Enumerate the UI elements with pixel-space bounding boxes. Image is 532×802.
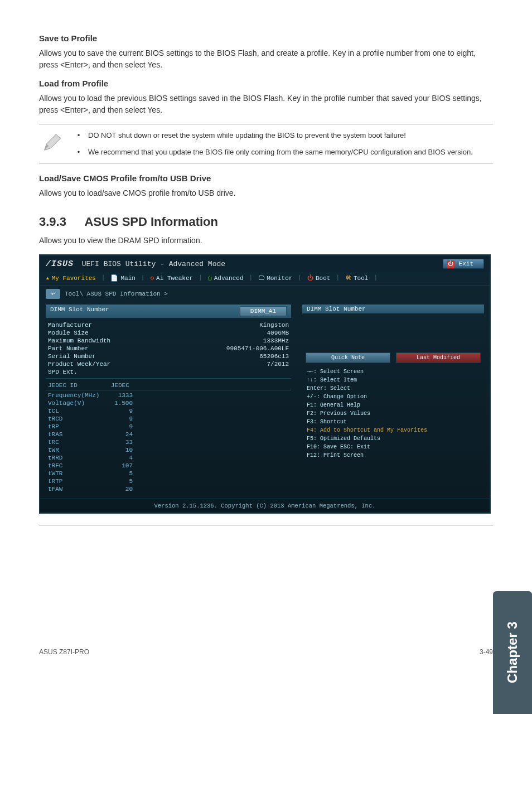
timing-key: tFAW — [48, 486, 62, 492]
dimm-slot-label: DIMM Slot Number — [50, 306, 109, 316]
timing-value: 5 — [129, 470, 289, 477]
spd-value: Kingston — [259, 322, 289, 328]
spd-body: Allows you to view the DRAM SPD informat… — [39, 235, 493, 247]
save-profile-title: Save to Profile — [39, 33, 493, 43]
timing-value: 9 — [129, 416, 289, 422]
help-line: ↑↓: Select Item — [307, 376, 480, 384]
menu-main[interactable]: 📄 Main — [110, 274, 135, 282]
power-icon: ⏻ — [447, 260, 454, 268]
dimm-header-row: DIMM Slot Number DIMM_A1 — [46, 305, 291, 318]
help-line: +/-: Change Option — [307, 393, 480, 401]
jedec-id-label: JEDEC ID — [48, 382, 78, 389]
spd-key: Module Size — [48, 330, 89, 336]
help-panel: →←: Select Screen↑↓: Select ItemEnter: S… — [302, 368, 484, 460]
timing-value: 20 — [125, 486, 289, 492]
spd-key: Product Week/Year — [48, 361, 110, 368]
help-line: F2: Previous Values — [307, 409, 480, 418]
spd-row: Maximum Bandwidth1333MHz — [46, 337, 291, 345]
cmos-title: Load/Save CMOS Profile from/to USB Drive — [39, 173, 493, 183]
timing-row: tCL9 — [46, 407, 291, 415]
spd-value: 1333MHz — [263, 337, 289, 344]
help-line: →←: Select Screen — [307, 368, 480, 376]
spd-row: SPD Ext. — [46, 368, 291, 376]
load-profile-title: Load from Profile — [39, 79, 493, 88]
pencil-icon — [41, 130, 69, 157]
timing-row: tRC33 — [46, 438, 291, 446]
spd-value: 7/2012 — [267, 361, 289, 368]
last-modified-button[interactable]: Last Modified — [396, 352, 481, 363]
spd-row: ManufacturerKingston — [46, 321, 291, 329]
note-text: We recommend that you update the BIOS fi… — [88, 147, 473, 158]
timing-value: 24 — [125, 431, 289, 438]
timing-key: tRCD — [48, 416, 62, 422]
bios-menu: ★ My Favorites| 📄 Main| ⚙ Ai Tweaker| ⎙ … — [40, 272, 490, 286]
help-line: Enter: Select — [307, 384, 480, 393]
timing-key: tRAS — [48, 431, 62, 438]
spd-key: SPD Ext. — [48, 369, 78, 375]
help-line: F1: General Help — [307, 401, 480, 409]
timing-row: tFAW20 — [46, 485, 291, 493]
spd-key: Serial Number — [48, 353, 96, 360]
timing-value: 9 — [129, 408, 289, 414]
spd-value: 9905471-006.A00LF — [226, 345, 289, 352]
menu-favorites[interactable]: ★ My Favorites — [46, 274, 96, 282]
timing-row: tRP9 — [46, 423, 291, 431]
timing-row: tRAS24 — [46, 431, 291, 438]
dimm-slot-dropdown[interactable]: DIMM_A1 — [240, 306, 287, 316]
note-text: DO NOT shut down or reset the system whi… — [88, 130, 406, 141]
note-item: •DO NOT shut down or reset the system wh… — [69, 130, 491, 141]
timing-row: tRFC107 — [46, 462, 291, 470]
timing-value: 1.500 — [114, 400, 289, 407]
chapter-tab: Chapter 3 — [493, 591, 532, 673]
section-number: 3.9.3 — [39, 215, 66, 229]
breadcrumb: Tool\ ASUS SPD Information > — [65, 291, 168, 297]
timing-value: 10 — [125, 447, 289, 453]
timing-row: Voltage(V)1.500 — [46, 399, 291, 407]
bios-window: /ISUS UEFI BIOS Utility - Advanced Mode … — [39, 254, 491, 514]
menu-boot[interactable]: ⏻ Boot — [307, 274, 330, 282]
help-line: F10: Save ESC: Exit — [307, 443, 480, 451]
spd-key: Maximum Bandwidth — [48, 337, 110, 344]
timing-value: 33 — [125, 439, 289, 446]
menu-tool[interactable]: 🛠 Tool — [345, 274, 368, 282]
timing-value: 4 — [129, 455, 289, 461]
asus-logo: /ISUS — [46, 259, 74, 269]
right-panel-desc — [302, 317, 484, 319]
timing-row: tRCD9 — [46, 415, 291, 423]
menu-monitor[interactable]: 🖵 Monitor — [258, 274, 292, 282]
spd-row: Product Week/Year7/2012 — [46, 360, 291, 368]
spd-key: Manufacturer — [48, 322, 92, 328]
timing-key: tRTP — [48, 478, 62, 485]
timing-value: 9 — [129, 423, 289, 430]
timing-value: 107 — [122, 462, 289, 469]
right-panel-header: DIMM Slot Number — [302, 305, 484, 313]
spd-value: 4096MB — [267, 330, 289, 336]
quick-note-button[interactable]: Quick Note — [306, 352, 390, 363]
timing-key: Voltage(V) — [48, 400, 85, 407]
help-line: F4: Add to Shortcut and My Favorites — [307, 426, 480, 434]
timing-row: tRRD4 — [46, 454, 291, 462]
menu-tweaker[interactable]: ⚙ Ai Tweaker — [150, 274, 193, 282]
timing-row: Frequency(MHz)1333 — [46, 392, 291, 399]
bios-title: UEFI BIOS Utility - Advanced Mode — [82, 260, 225, 268]
menu-advanced[interactable]: ⎙ Advanced — [208, 274, 244, 282]
note-box: •DO NOT shut down or reset the system wh… — [39, 124, 493, 163]
timing-row: tRTP5 — [46, 477, 291, 485]
timing-row: tWTR5 — [46, 470, 291, 477]
note-item: •We recommend that you update the BIOS f… — [69, 147, 491, 158]
jedec-id-value: JEDEC — [111, 382, 129, 389]
bios-footer: Version 2.15.1236. Copyright (C) 2013 Am… — [40, 499, 490, 513]
spd-row: Part Number9905471-006.A00LF — [46, 345, 291, 352]
spd-key: Part Number — [48, 345, 89, 352]
spd-value: 65206c13 — [259, 353, 289, 360]
save-profile-body: Allows you to save the current BIOS sett… — [39, 47, 493, 71]
timing-row: tWR10 — [46, 446, 291, 454]
section-title: ASUS SPD Information — [84, 215, 218, 229]
exit-button[interactable]: ⏻Exit — [443, 259, 484, 269]
back-button[interactable]: ↶ — [46, 289, 60, 299]
help-line: F5: Optimized Defaults — [307, 434, 480, 443]
exit-label: Exit — [459, 260, 473, 267]
timing-key: tRP — [48, 423, 59, 430]
footer-page: 3-49 — [480, 648, 493, 656]
timing-key: tCL — [48, 408, 59, 414]
